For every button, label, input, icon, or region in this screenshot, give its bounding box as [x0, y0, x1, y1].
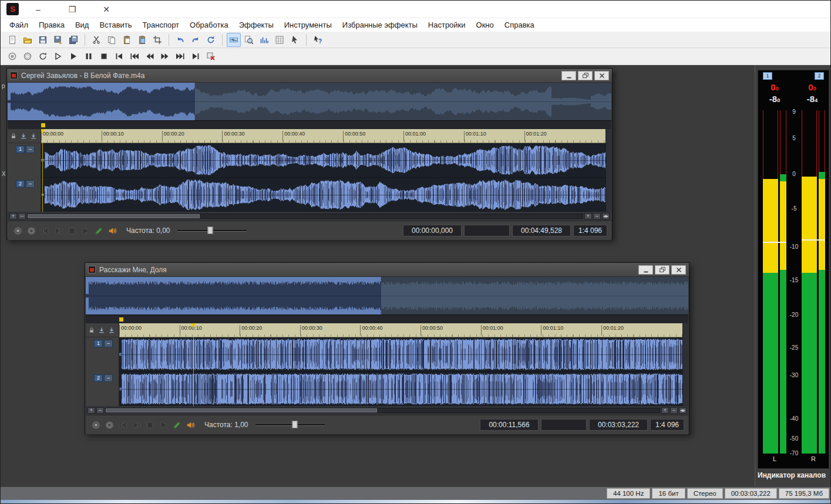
loop-playback-icon[interactable]	[36, 49, 50, 63]
menu-item[interactable]: Избранные эффекты	[337, 19, 423, 31]
stop-icon[interactable]	[144, 419, 156, 431]
channel-1-minimize[interactable]: –	[104, 340, 113, 347]
snapdown-icon[interactable]	[29, 131, 38, 141]
play-all-icon[interactable]	[51, 49, 65, 63]
menu-item[interactable]: Инструменты	[279, 19, 337, 31]
selection-field[interactable]	[464, 225, 510, 236]
rate-slider-thumb[interactable]	[208, 226, 213, 234]
menu-item[interactable]: Правка	[33, 19, 70, 31]
forward-all-icon[interactable]	[173, 49, 187, 63]
scrub-speaker-icon[interactable]	[184, 419, 196, 431]
pencil-icon[interactable]	[171, 419, 183, 431]
edit-tool-icon[interactable]	[227, 33, 241, 47]
doc-minimize-button[interactable]	[638, 265, 653, 275]
new-icon[interactable]	[5, 33, 19, 47]
meter-tab-2[interactable]: 2	[815, 72, 824, 80]
loop-record-icon[interactable]	[103, 419, 115, 431]
go-end-icon[interactable]	[52, 225, 64, 236]
loop-marker[interactable]	[41, 123, 45, 127]
pencil-icon[interactable]	[93, 225, 105, 236]
clip-indicator-right[interactable]: 00	[797, 82, 827, 92]
rewind-all-icon[interactable]	[127, 49, 142, 63]
channel-2-button[interactable]: 2	[16, 180, 25, 188]
paste-mix-icon[interactable]	[135, 33, 149, 47]
play-icon[interactable]	[66, 49, 80, 63]
doc-minimize-button[interactable]	[561, 71, 576, 80]
record-icon[interactable]	[90, 419, 102, 431]
doc-restore-button[interactable]	[655, 265, 669, 275]
stop-icon[interactable]	[97, 49, 111, 63]
vertical-zoom-bar[interactable]	[605, 129, 611, 212]
forward-icon[interactable]	[158, 49, 172, 63]
menu-item[interactable]: Вставить	[94, 19, 137, 31]
waveform-area[interactable]	[119, 337, 682, 406]
minimize-window-button[interactable]: –	[23, 1, 53, 18]
scroll-track[interactable]	[105, 408, 660, 413]
stop-preview-icon[interactable]	[204, 49, 218, 63]
horizontal-scrollbar[interactable]: + – + – ◂▸	[8, 212, 611, 221]
go-start-icon[interactable]	[117, 419, 129, 431]
channel-2-waveform[interactable]	[41, 178, 605, 212]
pointer-icon[interactable]	[288, 33, 302, 47]
record-icon[interactable]	[5, 49, 19, 63]
scroll-thumb[interactable]	[28, 214, 200, 218]
document-titlebar[interactable]: Сергей Завьялов - В Белой Фате.m4a	[7, 69, 612, 83]
menu-item[interactable]: Транспорт	[137, 19, 185, 31]
doc-restore-button[interactable]	[578, 71, 593, 80]
channel-2-minimize[interactable]: –	[26, 180, 35, 188]
length-field[interactable]: 00:04:49,528	[512, 225, 571, 236]
length-field[interactable]: 00:03:03,222	[589, 419, 648, 431]
zoom-in-time-button[interactable]: +	[584, 213, 592, 219]
position-field[interactable]: 00:00:11,566	[480, 419, 539, 431]
position-field[interactable]: 00:00:00,000	[403, 225, 462, 236]
channel-2-minimize[interactable]: –	[104, 374, 113, 382]
overview-waveform[interactable]	[8, 83, 611, 120]
save-as-icon[interactable]	[51, 33, 65, 47]
channel-1-button[interactable]: 1	[94, 340, 103, 347]
zoom-ratio-field[interactable]: 1:4 096	[573, 225, 607, 236]
spectrum-icon[interactable]	[257, 33, 271, 47]
snapdown-icon[interactable]	[97, 326, 106, 335]
menu-item[interactable]: Вид	[70, 19, 95, 31]
zoom-in-time-button[interactable]: +	[661, 407, 669, 414]
undo-icon[interactable]	[173, 33, 187, 47]
rate-slider[interactable]	[177, 226, 247, 235]
loop-region-bar[interactable]	[86, 314, 688, 323]
loop-marker[interactable]	[119, 317, 123, 322]
save-all-icon[interactable]	[66, 33, 80, 47]
loop-record-icon[interactable]	[21, 49, 35, 63]
stop-icon[interactable]	[66, 225, 78, 236]
help-cursor-icon[interactable]: ?	[311, 33, 325, 47]
vertical-zoom-bar[interactable]	[682, 323, 688, 406]
rate-slider[interactable]	[255, 421, 325, 429]
paste-icon[interactable]	[120, 33, 134, 47]
overview-waveform[interactable]	[86, 277, 688, 314]
zoom-in-button[interactable]: +	[88, 407, 95, 414]
pause-icon[interactable]	[82, 49, 96, 63]
menu-item[interactable]: Окно	[471, 19, 499, 31]
go-end-icon[interactable]	[130, 419, 142, 431]
menu-item[interactable]: Настройки	[423, 19, 471, 31]
zoom-out-time-button[interactable]: –	[593, 213, 601, 219]
zoom-out-time-button[interactable]: –	[670, 407, 678, 414]
menu-item[interactable]: Файл	[4, 19, 33, 31]
zoom-fit-button[interactable]: ◂▸	[679, 407, 687, 414]
play-icon[interactable]	[157, 419, 169, 431]
go-end-icon[interactable]	[189, 49, 203, 63]
zoom-ratio-field[interactable]: 1:4 096	[650, 419, 684, 431]
magnify-icon[interactable]	[242, 33, 256, 47]
zoom-out-button[interactable]: –	[96, 407, 104, 414]
copy-icon[interactable]	[105, 33, 119, 47]
menu-item[interactable]: Справка	[499, 19, 540, 31]
trim-icon[interactable]	[150, 33, 164, 47]
channel-1-waveform[interactable]	[41, 143, 605, 177]
cursor-flag[interactable]	[41, 129, 45, 134]
channel-2-button[interactable]: 2	[94, 374, 103, 382]
loop-region-bar[interactable]	[8, 120, 611, 129]
channel-2-waveform[interactable]	[119, 372, 682, 406]
document-titlebar[interactable]: Расскажи Мне, Доля	[85, 263, 689, 277]
time-ruler[interactable]: 00:00:0000:00:1000:00:2000:00:3000:00:40…	[119, 323, 682, 337]
channel-1-button[interactable]: 1	[16, 146, 25, 153]
horizontal-scrollbar[interactable]: + – + – ◂▸	[86, 406, 688, 415]
lock-icon[interactable]	[87, 326, 96, 335]
